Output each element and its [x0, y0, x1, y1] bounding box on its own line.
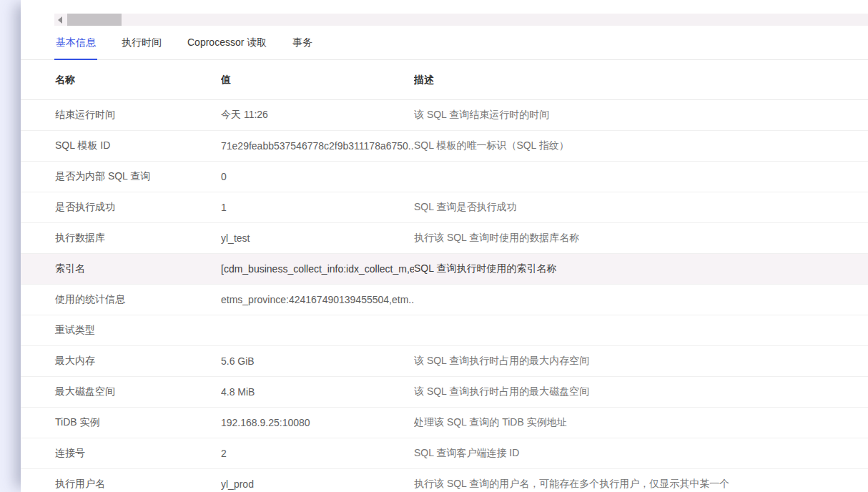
- row-name-cell: 执行数据库: [21, 232, 221, 245]
- tab-label: 事务: [292, 36, 312, 49]
- row-desc-cell: SQL 模板的唯一标识（SQL 指纹）: [414, 139, 868, 152]
- row-desc-cell: SQL 查询是否执行成功: [414, 201, 868, 214]
- column-header-value: 值: [221, 74, 414, 87]
- row-value-cell: yl_prod: [221, 478, 414, 490]
- row-value-cell: [cdm_business_collect_info:idx_collect_m…: [221, 263, 414, 275]
- column-header-desc: 描述: [414, 74, 868, 87]
- tab-label: Coprocessor 读取: [187, 36, 267, 49]
- row-desc-cell: 处理该 SQL 查询的 TiDB 实例地址: [414, 416, 868, 429]
- scrollbar-thumb[interactable]: [67, 14, 122, 26]
- row-name-cell: 最大磁盘空间: [21, 385, 221, 398]
- row-desc-cell: SQL 查询客户端连接 ID: [414, 447, 868, 460]
- table-row[interactable]: 是否为内部 SQL 查询 0: [21, 162, 868, 192]
- tab-label: 执行时间: [122, 36, 162, 49]
- tab-label: 基本信息: [56, 36, 96, 49]
- row-name-cell: 重试类型: [21, 324, 221, 337]
- row-name-cell: SQL 模板 ID: [21, 139, 221, 152]
- row-value-cell: 1: [221, 202, 414, 213]
- sql-detail-panel: 基本信息 执行时间 Coprocessor 读取 事务 名称 值 描述 结束运行…: [21, 0, 868, 492]
- row-value-cell: 71e29feabb537546778c2f9b311178a6750...: [221, 140, 414, 152]
- table-row[interactable]: 最大磁盘空间 4.8 MiB 该 SQL 查询执行时占用的最大磁盘空间: [21, 377, 868, 408]
- row-value-cell: 192.168.9.25:10080: [221, 417, 414, 428]
- row-name-cell: 索引名: [21, 262, 221, 275]
- row-name-cell: 是否执行成功: [21, 201, 221, 214]
- table-header-row: 名称 值 描述: [21, 60, 868, 100]
- row-name-cell: TiDB 实例: [21, 416, 221, 429]
- tab-basic-info[interactable]: 基本信息: [54, 32, 97, 60]
- tab-transaction[interactable]: 事务: [291, 32, 314, 60]
- row-value-cell: 5.6 GiB: [221, 355, 414, 367]
- row-desc-cell: 该 SQL 查询执行时占用的最大内存空间: [414, 355, 868, 368]
- row-name-cell: 结束运行时间: [21, 109, 221, 122]
- scrollbar-left-arrow-icon[interactable]: [54, 14, 66, 26]
- table-row[interactable]: 执行用户名 yl_prod 执行该 SQL 查询的用户名，可能存在多个执行用户，…: [21, 469, 868, 492]
- tab-coprocessor-read[interactable]: Coprocessor 读取: [186, 32, 268, 60]
- row-value-cell: 今天 11:26: [221, 109, 414, 122]
- row-desc-cell: 执行该 SQL 查询的用户名，可能存在多个执行用户，仅显示其中某一个: [414, 478, 868, 491]
- row-name-cell: 执行用户名: [21, 478, 221, 491]
- row-value-cell: 0: [221, 171, 414, 182]
- row-value-cell: yl_test: [221, 232, 414, 244]
- table-row[interactable]: 执行数据库 yl_test 执行该 SQL 查询时使用的数据库名称: [21, 223, 868, 254]
- table-row[interactable]: 使用的统计信息 etms_province:424167490139455504…: [21, 285, 868, 315]
- row-value-cell: 4.8 MiB: [221, 386, 414, 398]
- detail-table: 名称 值 描述 结束运行时间 今天 11:26 该 SQL 查询结束运行时的时间…: [21, 60, 868, 492]
- tab-execution-time[interactable]: 执行时间: [120, 32, 163, 60]
- row-name-cell: 最大内存: [21, 355, 221, 368]
- row-desc-cell: 该 SQL 查询结束运行时的时间: [414, 109, 868, 122]
- row-value-cell: etms_province:424167490139455504,etm...: [221, 294, 414, 305]
- row-name-cell: 是否为内部 SQL 查询: [21, 170, 221, 183]
- left-triangle-icon: [58, 16, 62, 24]
- row-value-cell: 2: [221, 448, 414, 459]
- row-desc-cell: SQL 查询执行时使用的索引名称: [414, 262, 868, 275]
- row-name-cell: 连接号: [21, 447, 221, 460]
- table-row[interactable]: TiDB 实例 192.168.9.25:10080 处理该 SQL 查询的 T…: [21, 408, 868, 438]
- table-row[interactable]: 是否执行成功 1 SQL 查询是否执行成功: [21, 192, 868, 223]
- table-row[interactable]: 结束运行时间 今天 11:26 该 SQL 查询结束运行时的时间: [21, 100, 868, 131]
- row-desc-cell: 执行该 SQL 查询时使用的数据库名称: [414, 232, 868, 245]
- horizontal-scrollbar[interactable]: [54, 14, 868, 26]
- column-header-name: 名称: [21, 74, 221, 87]
- table-row[interactable]: 索引名 [cdm_business_collect_info:idx_colle…: [21, 254, 868, 285]
- table-row[interactable]: 重试类型: [21, 315, 868, 346]
- table-row[interactable]: SQL 模板 ID 71e29feabb537546778c2f9b311178…: [21, 131, 868, 162]
- table-row[interactable]: 最大内存 5.6 GiB 该 SQL 查询执行时占用的最大内存空间: [21, 346, 868, 377]
- page-backdrop: [0, 0, 21, 492]
- table-body: 结束运行时间 今天 11:26 该 SQL 查询结束运行时的时间 SQL 模板 …: [21, 100, 868, 492]
- row-desc-cell: 该 SQL 查询执行时占用的最大磁盘空间: [414, 385, 868, 398]
- row-name-cell: 使用的统计信息: [21, 293, 221, 306]
- table-row[interactable]: 连接号 2 SQL 查询客户端连接 ID: [21, 438, 868, 469]
- tab-bar: 基本信息 执行时间 Coprocessor 读取 事务: [21, 32, 868, 60]
